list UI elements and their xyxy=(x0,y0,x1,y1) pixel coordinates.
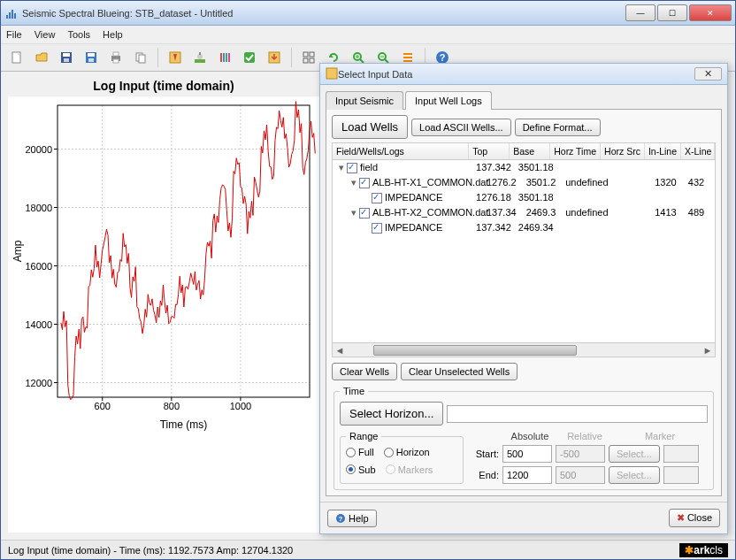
checkbox-icon[interactable] xyxy=(359,208,370,219)
svg-rect-1 xyxy=(9,12,11,19)
checkbox-icon[interactable] xyxy=(372,193,382,203)
load-ascii-wells-button[interactable]: Load ASCII Wells... xyxy=(411,119,511,136)
start-relative-field xyxy=(556,445,605,463)
col-marker: Marker xyxy=(612,431,708,441)
app-icon xyxy=(4,6,19,20)
th-horz-src[interactable]: Horz Src xyxy=(601,143,645,159)
save-icon[interactable] xyxy=(56,47,77,68)
dialog-title: Select Input Data xyxy=(338,69,412,80)
col-relative: Relative xyxy=(557,431,612,441)
svg-rect-20 xyxy=(220,53,222,62)
table-hscroll[interactable]: ◄► xyxy=(333,342,715,357)
table-row[interactable]: IMPEDANCE137.3422469.34 xyxy=(333,220,715,235)
svg-rect-28 xyxy=(303,58,308,63)
chart-area[interactable]: 60080010001200014000160001800020000Time … xyxy=(8,96,319,533)
svg-rect-23 xyxy=(228,53,230,62)
checkbox-icon[interactable] xyxy=(372,223,382,234)
checkbox-icon[interactable] xyxy=(347,163,357,173)
table-row[interactable]: ▾field137.3423501.18 xyxy=(333,160,715,175)
clear-unselected-wells-button[interactable]: Clear Unselected Wells xyxy=(401,363,518,380)
svg-text:?: ? xyxy=(339,515,343,523)
time-group: Time Select Horizon... Range Full Horizo… xyxy=(334,386,714,490)
menu-file[interactable]: File xyxy=(6,29,22,40)
table-header: Field/Wells/Logs Top Base Horz Time Horz… xyxy=(333,143,715,160)
window-title: Seismic Spectral Blueing: STB_dataset - … xyxy=(22,8,625,19)
tab-input-well-logs[interactable]: Input Well Logs xyxy=(405,91,492,110)
svg-rect-2 xyxy=(12,10,13,19)
menu-tools[interactable]: Tools xyxy=(67,29,90,40)
col-absolute: Absolute xyxy=(502,431,557,441)
svg-rect-24 xyxy=(244,52,255,63)
end-absolute-field[interactable] xyxy=(502,466,552,484)
svg-rect-15 xyxy=(139,55,145,63)
th-fwl[interactable]: Field/Wells/Logs xyxy=(333,143,469,159)
checkbox-icon[interactable] xyxy=(359,178,370,188)
dialog-titlebar: Select Input Data ✕ xyxy=(320,64,727,85)
end-marker-field xyxy=(663,466,699,484)
select-horizon-button[interactable]: Select Horizon... xyxy=(340,402,443,426)
export-icon[interactable] xyxy=(264,47,285,68)
dialog-tabs: Input Seismic Input Well Logs xyxy=(326,90,722,109)
svg-text:Time (ms): Time (ms) xyxy=(160,418,208,431)
svg-rect-13 xyxy=(113,59,119,63)
menu-help[interactable]: Help xyxy=(103,29,123,40)
wells-icon[interactable] xyxy=(165,47,186,68)
svg-rect-26 xyxy=(303,52,308,57)
svg-rect-19 xyxy=(199,52,201,55)
menu-view[interactable]: View xyxy=(34,29,56,40)
svg-rect-6 xyxy=(63,53,70,57)
status-text: Log Input (time domain) - Time (ms): 119… xyxy=(8,545,293,556)
chart-pane: Log Input (time domain) 6008001000120001… xyxy=(1,72,319,540)
grid-icon[interactable] xyxy=(298,47,319,68)
open-icon[interactable] xyxy=(31,47,52,68)
help-button[interactable]: ? Help xyxy=(327,510,377,527)
new-icon[interactable] xyxy=(6,47,27,68)
close-dialog-button[interactable]: ✖ Close xyxy=(669,509,720,527)
tab-input-seismic[interactable]: Input Seismic xyxy=(326,91,403,110)
svg-rect-10 xyxy=(88,58,94,62)
dialog-icon xyxy=(326,67,338,81)
horizon-field[interactable] xyxy=(447,405,708,423)
table-row[interactable]: ▾ALB-HT-X2_COMMON.dat137.342469.3undefin… xyxy=(333,205,715,220)
minimize-button[interactable]: — xyxy=(625,4,656,21)
check-icon[interactable] xyxy=(239,47,260,68)
table-row[interactable]: IMPEDANCE1276.183501.18 xyxy=(333,190,715,205)
table-row[interactable]: ▾ALB-HT-X1_COMMON.dat1276.23501.2undefin… xyxy=(333,175,715,190)
radio-sub[interactable]: Sub xyxy=(346,464,376,475)
svg-text:12000: 12000 xyxy=(25,378,52,388)
th-top[interactable]: Top xyxy=(469,143,510,159)
svg-rect-7 xyxy=(64,58,69,62)
define-format-button[interactable]: Define Format... xyxy=(515,119,601,136)
range-group: Range Full Horizon Sub Markers xyxy=(340,431,464,484)
start-marker-select-button: Select... xyxy=(609,445,660,463)
svg-rect-0 xyxy=(6,15,8,19)
end-label: End: xyxy=(469,470,499,480)
print-icon[interactable] xyxy=(105,47,126,68)
load-wells-button[interactable]: Load Wells xyxy=(332,115,408,139)
start-absolute-field[interactable] xyxy=(502,445,552,463)
close-button[interactable]: ✕ xyxy=(689,4,732,21)
seismic-icon[interactable] xyxy=(189,47,211,68)
spectrum-icon[interactable] xyxy=(214,47,235,68)
tab-content-wells: Load Wells Load ASCII Wells... Define Fo… xyxy=(326,109,722,496)
svg-text:600: 600 xyxy=(95,401,111,411)
th-inline[interactable]: In-Line xyxy=(645,143,681,159)
chart-title: Log Input (time domain) xyxy=(8,79,319,93)
saveas-icon[interactable] xyxy=(80,47,102,68)
radio-horizon[interactable]: Horizon xyxy=(384,447,430,457)
th-horz-time[interactable]: Horz Time xyxy=(550,143,601,159)
start-marker-field xyxy=(663,445,699,463)
clear-wells-button[interactable]: Clear Wells xyxy=(332,363,397,380)
th-xline[interactable]: X-Line xyxy=(681,143,715,159)
svg-rect-9 xyxy=(88,53,95,57)
radio-full[interactable]: Full xyxy=(346,447,374,457)
brand-logo: ✱arkcls xyxy=(679,543,728,557)
svg-text:16000: 16000 xyxy=(25,261,52,272)
maximize-button[interactable]: ☐ xyxy=(657,4,687,21)
svg-rect-17 xyxy=(195,59,205,63)
end-relative-field xyxy=(556,466,605,484)
dialog-close-icon[interactable]: ✕ xyxy=(694,67,722,81)
menubar: File View Tools Help xyxy=(1,26,735,43)
th-base[interactable]: Base xyxy=(510,143,550,159)
copy-icon[interactable] xyxy=(130,47,151,68)
